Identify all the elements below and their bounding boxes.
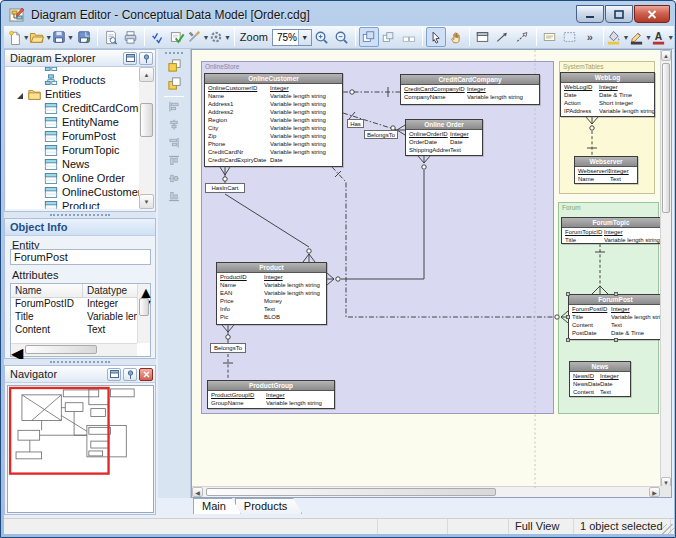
align-middle-button[interactable] <box>163 172 185 189</box>
send-to-back-button[interactable] <box>163 77 185 94</box>
expander-icon[interactable] <box>16 90 24 98</box>
zoom-select[interactable]: 75%▼ <box>272 29 312 46</box>
zoom-out-button[interactable] <box>332 27 352 47</box>
canvas-vertical-scrollbar[interactable]: ▲ ▼ <box>660 50 671 488</box>
navigator-thumbnail[interactable] <box>7 385 154 513</box>
minimize-button[interactable] <box>576 5 604 23</box>
attribute-row[interactable]: ForumPostIDInteger <box>11 298 150 311</box>
entity-onlinecustomer[interactable]: OnlineCustomerOnlineCustomerIDIntegerNam… <box>204 73 343 167</box>
selection-handle[interactable] <box>614 338 618 342</box>
tree-item-onlinecustomer[interactable]: OnlineCustomer <box>6 185 139 199</box>
tab-products[interactable]: Products <box>235 498 302 514</box>
entity-forumpost[interactable]: ForumPostForumPostIDIntegerTitleVariable… <box>568 294 660 340</box>
window-layout-button[interactable] <box>359 27 379 47</box>
new-inheritance-button[interactable] <box>513 27 533 47</box>
tile-button[interactable] <box>399 27 419 47</box>
navigator-close-button[interactable] <box>139 368 153 381</box>
fill-color-button[interactable]: ▼ <box>607 27 629 47</box>
save-button[interactable]: ▼ <box>52 27 74 47</box>
tree-item-products[interactable]: Products <box>6 73 139 87</box>
entity-product[interactable]: ProductProductIDIntegerNameVariable leng… <box>216 262 327 325</box>
new-region-button[interactable] <box>560 27 580 47</box>
tree-item-creditcardcompany[interactable]: CreditCardCompany <box>6 101 139 115</box>
selection-handle[interactable] <box>614 292 618 296</box>
entity-name-field[interactable]: ForumPost <box>10 249 151 265</box>
print-button[interactable] <box>121 27 141 47</box>
navigator-collapse-button[interactable] <box>107 368 121 381</box>
font-color-button[interactable]: A▼ <box>652 27 674 47</box>
tree-item-entityname[interactable]: EntityName <box>6 115 139 129</box>
diagram-canvas[interactable]: OnlineStoreSystemTablesForumOnlineCustom… <box>192 50 660 488</box>
attribute-row[interactable]: TitleVariable length string <box>11 311 150 324</box>
new-button[interactable]: ▼ <box>8 27 30 47</box>
cascade-button[interactable] <box>379 27 399 47</box>
align-top-button[interactable] <box>163 154 185 171</box>
explorer-pin-button[interactable] <box>139 52 153 65</box>
align-center-button[interactable] <box>163 118 185 135</box>
entity-weblog[interactable]: WebLogWebLogIDIntegerDateDate & TimeActi… <box>560 72 655 117</box>
tab-main[interactable]: Main <box>193 498 241 514</box>
relationship-label[interactable]: BelongsTo <box>210 343 246 353</box>
entity-attribute-row: WebserverIDInteger <box>575 167 637 175</box>
entity-online-order[interactable]: Online OrderOnlineOrderIDIntegerOrderDat… <box>405 119 483 156</box>
entity-attribute-row: PhoneVariable length string <box>205 140 342 148</box>
status-panel <box>448 519 509 534</box>
tree-item-forumpost[interactable]: ForumPost <box>6 129 139 143</box>
line-color-button[interactable]: ▼ <box>629 27 651 47</box>
selection-handle[interactable] <box>566 315 570 319</box>
tree-item-online-order[interactable]: Online Order <box>6 171 139 185</box>
align-bottom-button[interactable] <box>163 190 185 207</box>
close-button[interactable] <box>634 5 670 23</box>
grid-column-header[interactable]: Datatype <box>83 284 139 297</box>
selection-handle[interactable] <box>566 292 570 296</box>
pan-tool-button[interactable] <box>446 27 466 47</box>
align-left-button[interactable] <box>163 100 185 117</box>
relationship-label[interactable]: HasInCart <box>205 183 245 193</box>
print-preview-button[interactable] <box>101 27 121 47</box>
entity-title: ForumTopic <box>562 218 660 228</box>
new-label-button[interactable] <box>540 27 560 47</box>
new-relationship-button[interactable] <box>493 27 513 47</box>
attribute-row[interactable]: ContentText <box>11 324 150 337</box>
attributes-grid[interactable]: NameDatatypeForumPostIDIntegerTitleVaria… <box>10 283 151 357</box>
tree-item-label: Entities <box>45 88 81 100</box>
align-right-button[interactable] <box>163 136 185 153</box>
select-tool-button[interactable] <box>426 27 446 47</box>
explorer-collapse-button[interactable] <box>123 52 137 65</box>
entity-productgroup[interactable]: ProductGroupProductGroupIDIntegerGroupNa… <box>207 380 335 409</box>
explorer-scrollbar[interactable]: ▲ ▼ <box>139 67 154 209</box>
grid-horizontal-scrollbar[interactable]: ◀▶ <box>11 343 137 356</box>
resize-grip[interactable] <box>662 524 674 536</box>
new-entity-button[interactable] <box>473 27 493 47</box>
entity-attribute-row: ZipVariable length string <box>205 132 342 140</box>
relationship-label[interactable]: BelongsTo <box>364 130 398 139</box>
tree-item-label: Online Order <box>62 172 125 184</box>
generate-button[interactable]: ▼ <box>209 27 231 47</box>
title-bar[interactable]: Diagram Editor - Conceptual Data Model [… <box>4 4 674 26</box>
save-diagram-button[interactable] <box>74 27 94 47</box>
zoom-in-button[interactable] <box>312 27 332 47</box>
attributes-label: Attributes <box>12 269 58 281</box>
tree-item-product[interactable]: Product <box>6 199 139 209</box>
tree-item-forumtopic[interactable]: ForumTopic <box>6 143 139 157</box>
tree-item-news[interactable]: News <box>6 157 139 171</box>
bring-to-front-button[interactable] <box>163 59 185 76</box>
tree-item-entities[interactable]: Entities <box>6 87 139 101</box>
open-button[interactable]: ▼ <box>30 27 52 47</box>
navigator-pin-button[interactable] <box>123 368 137 381</box>
relationship-label[interactable]: Has <box>347 119 364 128</box>
toolbar-separator <box>355 28 356 46</box>
grid-column-header[interactable]: Name <box>11 284 83 297</box>
toolbar-overflow-button[interactable]: » <box>580 27 600 47</box>
entity-creditcardcompany[interactable]: CreditCardCompanyCreditCardCompanyIDInte… <box>400 74 540 105</box>
maximize-button[interactable] <box>605 5 633 23</box>
entity-forumtopic[interactable]: ForumTopicForumTopicIDIntegerTitleVariab… <box>561 217 660 244</box>
validate-button[interactable] <box>168 27 188 47</box>
tools-button[interactable]: ▼ <box>188 27 210 47</box>
entity-news[interactable]: NewsNewsIDIntegerNewsDateDateContentText <box>569 361 631 397</box>
entity-attribute-row: NameText <box>575 175 637 183</box>
verify-model-button[interactable] <box>148 27 168 47</box>
grid-vertical-scrollbar[interactable]: ▲▼ <box>137 284 150 343</box>
entity-webserver[interactable]: WebserverWebserverIDIntegerNameText <box>574 156 638 184</box>
selection-handle[interactable] <box>566 338 570 342</box>
